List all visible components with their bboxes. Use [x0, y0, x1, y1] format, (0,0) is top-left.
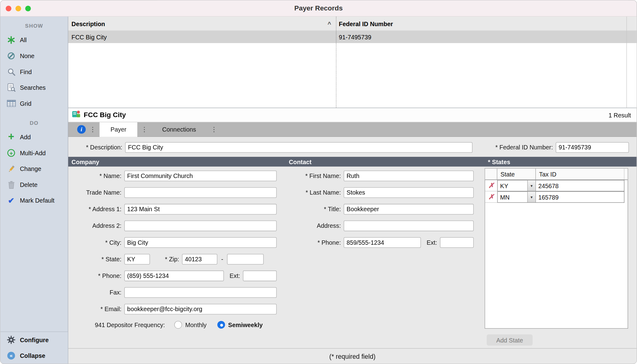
sidebar-item-configure[interactable]: Configure: [0, 332, 68, 348]
contact-phone-label: * Phone:: [276, 239, 341, 246]
company-name-label: * Name:: [68, 172, 121, 179]
states-taxid-column-header[interactable]: Tax ID: [536, 168, 624, 180]
company-phone-field[interactable]: [124, 270, 224, 281]
description-field[interactable]: [125, 142, 473, 152]
collapse-circle-icon: «: [6, 350, 17, 361]
description-label: * Description:: [68, 144, 122, 151]
first-name-field[interactable]: [344, 170, 474, 181]
radio-semiweekly-label: Semiweekly: [228, 321, 263, 328]
contact-ext-field[interactable]: [440, 237, 474, 247]
federal-id-label: * Federal ID Number:: [472, 144, 553, 151]
sidebar-item-change[interactable]: Change: [0, 161, 68, 177]
delete-state-icon[interactable]: ✗: [488, 192, 494, 201]
list-scrollbar[interactable]: [627, 17, 637, 108]
sidebar-footer: Configure « Collapse: [0, 331, 68, 364]
sort-ascending-icon: ^: [327, 20, 331, 27]
column-header-description[interactable]: Description ^: [68, 17, 336, 30]
sidebar-item-label: Multi-Add: [20, 149, 46, 156]
info-icon[interactable]: i: [77, 125, 86, 134]
federal-id-field[interactable]: [556, 142, 629, 152]
sidebar-item-label: All: [20, 37, 27, 43]
email-label: * Email:: [68, 306, 121, 312]
city-label: * City:: [68, 239, 121, 246]
radio-semiweekly[interactable]: [217, 321, 225, 329]
sidebar-item-label: Change: [20, 165, 41, 172]
sidebar-item-all[interactable]: All: [0, 32, 68, 48]
zip-field[interactable]: [182, 254, 217, 264]
address1-field[interactable]: [124, 204, 277, 214]
status-bar: (* required field): [68, 348, 637, 364]
tab-bar: i ⋮ Payer ⋮ Connections ⋮: [68, 122, 637, 137]
close-button[interactable]: [6, 6, 12, 12]
tax-id-field[interactable]: 165789: [536, 191, 624, 203]
payer-records-window: Payer Records SHOW All None Find: [0, 0, 637, 364]
saved-searches-icon: [6, 82, 17, 93]
ellipsis-icon[interactable]: ⋮: [141, 125, 148, 133]
last-name-field[interactable]: [344, 187, 474, 198]
tab-connections[interactable]: Connections: [151, 122, 207, 137]
main-content: Description ^ Federal ID Number FCC Big …: [68, 17, 637, 364]
table-row[interactable]: FCC Big City 91-7495739: [68, 31, 637, 43]
zip-plus4-field[interactable]: [227, 254, 264, 264]
radio-monthly[interactable]: [174, 321, 182, 329]
state-select[interactable]: MN ▾: [497, 191, 536, 203]
table-row-empty: [68, 67, 637, 80]
states-state-column-header[interactable]: State: [497, 168, 536, 180]
sidebar-item-label: Collapse: [20, 352, 46, 359]
contact-phone-field[interactable]: [344, 237, 421, 247]
pencil-icon: [6, 164, 17, 174]
states-scroll-strip: [624, 168, 628, 180]
checkmark-icon: ✔: [6, 195, 17, 206]
trade-name-field[interactable]: [124, 187, 277, 198]
sidebar-item-delete[interactable]: Delete: [0, 177, 68, 193]
sidebar-item-label: Configure: [20, 336, 49, 343]
chevron-down-icon[interactable]: ▾: [527, 180, 535, 191]
company-name-field[interactable]: [124, 170, 277, 181]
table-row-empty: [68, 55, 637, 68]
table-row-empty: [68, 43, 637, 55]
column-header-federal-id[interactable]: Federal ID Number: [336, 20, 637, 27]
chevron-down-icon[interactable]: ▾: [527, 192, 535, 202]
contact-address-label: Address:: [276, 222, 341, 229]
state-label: * State:: [68, 255, 121, 262]
contact-address-field[interactable]: [344, 220, 474, 231]
sidebar-item-add[interactable]: + Add: [0, 129, 68, 145]
contact-title-label: * Title:: [276, 206, 341, 212]
sidebar-item-none[interactable]: None: [0, 48, 68, 64]
state-select[interactable]: KY ▾: [497, 180, 536, 191]
city-field[interactable]: [124, 237, 277, 247]
add-state-button[interactable]: Add State: [487, 334, 532, 346]
sidebar-item-collapse[interactable]: « Collapse: [0, 348, 68, 364]
delete-state-icon[interactable]: ✗: [488, 181, 494, 190]
trash-icon: [6, 179, 17, 190]
company-ext-field[interactable]: [243, 270, 277, 281]
sidebar-item-multi-add[interactable]: + Multi-Add: [0, 145, 68, 161]
ellipsis-icon[interactable]: ⋮: [211, 125, 217, 133]
zip-separator: -: [217, 255, 227, 262]
sidebar-item-label: Searches: [20, 84, 46, 91]
company-section-title: Company: [72, 157, 99, 167]
window-title: Payer Records: [294, 4, 342, 12]
sidebar-item-searches[interactable]: Searches: [0, 80, 68, 96]
states-section-title: * States: [488, 157, 510, 167]
payer-form: * Description: * Federal ID Number: Comp…: [68, 137, 637, 348]
state-field[interactable]: [124, 254, 150, 264]
record-title: FCC Big City: [84, 111, 126, 119]
state-row: ✗ MN ▾ 165789: [485, 191, 628, 203]
fax-field[interactable]: [124, 287, 277, 298]
contact-title-field[interactable]: [344, 204, 474, 214]
sidebar-item-find[interactable]: Find: [0, 64, 68, 80]
tax-id-field[interactable]: 245678: [536, 180, 624, 191]
zoom-button[interactable]: [25, 6, 31, 12]
record-bar: FCC Big City 1 Result: [68, 108, 637, 122]
company-phone-label: * Phone:: [68, 272, 121, 279]
minimize-button[interactable]: [15, 6, 21, 12]
address2-label: Address 2:: [68, 222, 121, 229]
tab-payer[interactable]: Payer: [100, 122, 137, 137]
email-field[interactable]: [124, 304, 277, 314]
ellipsis-icon[interactable]: ⋮: [89, 125, 96, 133]
sidebar-item-mark-default[interactable]: ✔ Mark Default: [0, 192, 68, 208]
sidebar-item-grid[interactable]: Grid: [0, 96, 68, 112]
address2-field[interactable]: [124, 220, 277, 231]
sidebar-item-label: Add: [20, 134, 31, 140]
